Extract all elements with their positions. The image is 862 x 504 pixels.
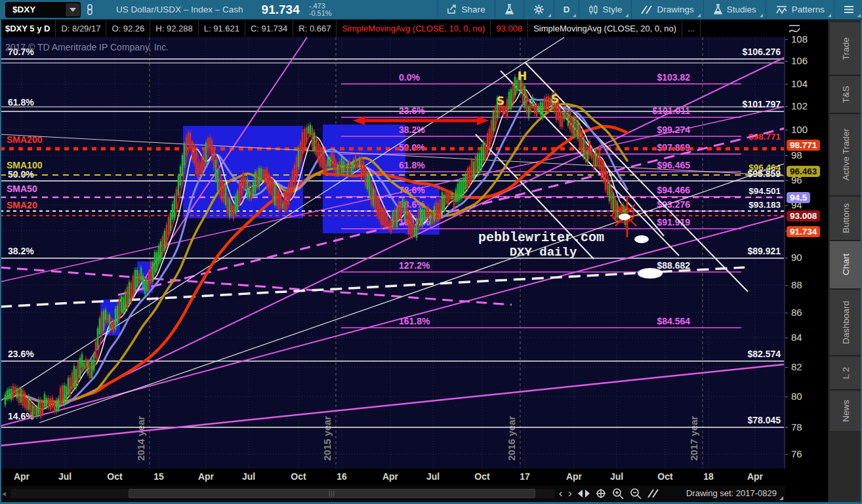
symbol-dropdown-button[interactable] xyxy=(65,3,80,16)
svg-text:2014 year: 2014 year xyxy=(135,416,146,461)
price-axis-tick xyxy=(785,180,788,181)
move-crosshair-icon[interactable] xyxy=(596,488,606,499)
page-left-icon[interactable]: ‹ xyxy=(559,488,562,499)
right-sidebar: TradeT&SActive TraderButtonsChartDashboa… xyxy=(828,20,862,502)
sidebar-tab-l-2[interactable]: L 2 xyxy=(830,356,861,390)
toolbar-divider xyxy=(766,0,766,20)
price-axis-tick xyxy=(785,61,788,62)
price-axis-label: 78 xyxy=(791,421,802,433)
time-axis-label: Apr xyxy=(566,471,582,482)
price-axis-label: 100 xyxy=(791,124,808,135)
price-change: -.473 -0.51% xyxy=(309,3,332,17)
price-axis-tick xyxy=(785,427,788,428)
price-badge: 98.771 xyxy=(787,140,820,151)
patterns-label: Patterns xyxy=(792,5,825,14)
svg-text:$106.276: $106.276 xyxy=(743,47,781,57)
svg-text:2017 © TD Ameritrade IP Compan: 2017 © TD Ameritrade IP Company, Inc. xyxy=(5,42,169,52)
sma20-legend: SimpleMovingAvg (CLOSE, 20, 0, no) xyxy=(528,20,682,37)
svg-text:23.6%: 23.6% xyxy=(8,349,34,359)
sma10-value: 93.008 xyxy=(491,20,528,37)
sidebar-tab-active-trader[interactable]: Active Trader xyxy=(830,113,861,196)
drawings-icon xyxy=(641,5,653,14)
symbol-value: $DXY xyxy=(6,5,65,14)
svg-text:$88.682: $88.682 xyxy=(657,260,690,271)
price-axis-label: 104 xyxy=(791,78,808,89)
ohlc-field: L: 91.621 xyxy=(199,20,245,37)
ohlc-field: H: 92.288 xyxy=(150,20,198,37)
scroll-left-arrow-icon[interactable]: ◂ xyxy=(2,489,6,498)
toolbar-divider xyxy=(579,0,579,20)
style-button[interactable]: Style xyxy=(581,0,630,19)
drawings-button[interactable]: Drawings xyxy=(633,0,701,19)
ohlc-field: D: 8/29/17 xyxy=(56,20,106,37)
ohlc-field: O: 92.26 xyxy=(106,20,150,37)
svg-text:SMA100: SMA100 xyxy=(7,160,43,170)
link-charts-icon[interactable] xyxy=(81,0,99,19)
top-toolbar: $DXY US Dollar/USDX – Index – Cash 91.73… xyxy=(0,0,862,20)
price-axis-tick xyxy=(785,285,788,286)
price-axis-label: 80 xyxy=(791,391,802,402)
price-axis-tick xyxy=(785,367,788,368)
toolbar-menu-button[interactable] xyxy=(836,0,862,19)
chart-canvas[interactable]: 2014 year2015 year2016 year2017 year70.7… xyxy=(0,37,785,469)
svg-text:$96.465: $96.465 xyxy=(657,160,690,170)
svg-text:2017 year: 2017 year xyxy=(688,416,699,461)
price-axis-label: 86 xyxy=(791,307,802,318)
sidebar-tab-buttons[interactable]: Buttons xyxy=(830,196,861,241)
svg-text:$93.276: $93.276 xyxy=(657,199,690,210)
time-axis-label: 17 xyxy=(520,471,530,482)
price-axis-tick xyxy=(785,84,788,85)
sidebar-tab-label: Active Trader xyxy=(841,128,851,181)
sidebar-tab-news[interactable]: News xyxy=(830,390,861,432)
toolbar-divider xyxy=(523,0,524,20)
drawing-mode-icon[interactable] xyxy=(647,489,659,498)
drawing-set-label[interactable]: Drawing set: 2017-0829 xyxy=(686,488,777,498)
chart-scrollbar[interactable]: ||| xyxy=(10,489,555,498)
chart-legend-bar: $DXY 5 y DD: 8/29/17O: 92.26H: 92.288L: … xyxy=(0,20,785,37)
share-button[interactable]: Share xyxy=(439,0,493,19)
chart-title: $DXY 5 y D xyxy=(0,20,56,37)
toolbar-divider xyxy=(437,0,438,20)
svg-text:H: H xyxy=(518,69,527,83)
price-axis[interactable]: 1081061041021009896949290888684828078769… xyxy=(785,20,828,502)
pan-horizontal-icon[interactable] xyxy=(578,490,590,497)
toolbar-divider xyxy=(495,0,495,20)
sidebar-tab-trade[interactable]: Trade xyxy=(830,22,861,75)
time-axis-label: Oct xyxy=(107,471,122,482)
scrollbar-thumb[interactable]: ||| xyxy=(129,489,535,498)
price-axis-tick xyxy=(785,39,788,40)
page-right-icon[interactable]: › xyxy=(568,488,571,499)
zoom-out-icon[interactable] xyxy=(630,488,642,499)
symbol-combo[interactable]: $DXY xyxy=(5,2,81,18)
price-axis-tick xyxy=(785,155,788,156)
svg-text:2016 year: 2016 year xyxy=(506,416,517,461)
timeframe-button[interactable]: D xyxy=(556,0,578,19)
toolbar-divider xyxy=(703,0,704,20)
flask-button[interactable] xyxy=(497,0,522,19)
zoom-in-icon[interactable] xyxy=(612,488,624,499)
symbol-description: US Dollar/USDX – Index – Cash xyxy=(116,5,243,14)
toolbar-divider xyxy=(554,0,554,20)
time-axis-label: Jul xyxy=(58,471,72,482)
resize-corner-icon xyxy=(779,496,783,500)
patterns-button[interactable]: Patterns xyxy=(768,0,832,19)
studies-flask-icon xyxy=(713,4,723,15)
sidebar-tab-t-s[interactable]: T&S xyxy=(830,75,861,113)
price-badge: 94.5 xyxy=(787,192,810,203)
time-axis-label: 18 xyxy=(703,471,714,482)
price-axis-label: 84 xyxy=(791,332,802,343)
studies-button[interactable]: Studies xyxy=(705,0,764,19)
time-axis-label: Apr xyxy=(747,471,763,482)
price-axis-label: 108 xyxy=(791,33,808,45)
toolbar-divider xyxy=(631,0,632,20)
svg-text:$101.797: $101.797 xyxy=(743,99,781,109)
change-percent: -0.51% xyxy=(309,10,332,17)
sidebar-tab-dashboard[interactable]: Dashboard xyxy=(830,289,861,356)
svg-text:S: S xyxy=(551,92,559,106)
sidebar-tab-label: News xyxy=(841,400,851,422)
gear-button[interactable] xyxy=(525,0,552,19)
svg-text:$103.82: $103.82 xyxy=(657,72,690,83)
sidebar-tab-chart[interactable]: Chart xyxy=(830,241,861,289)
price-axis-label: 90 xyxy=(791,252,802,263)
legend-overflow: ... xyxy=(682,20,701,37)
